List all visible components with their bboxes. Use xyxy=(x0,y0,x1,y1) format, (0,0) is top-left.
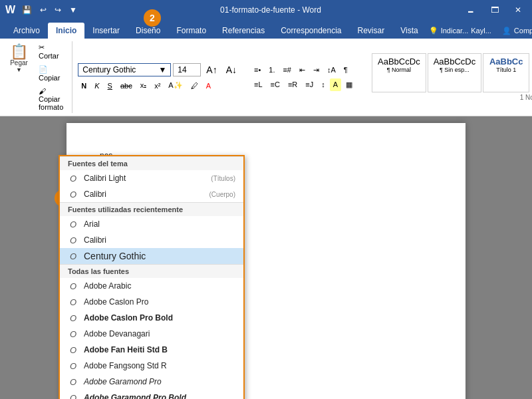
paste-button[interactable]: 📋 Pegar ▼ xyxy=(5,41,33,113)
font-item-name: Adobe Caslon Pro Bold xyxy=(84,313,235,323)
paste-dropdown-icon[interactable]: ▼ xyxy=(16,66,22,73)
font-item-name: Adobe Arabic xyxy=(84,281,235,291)
tab-revisar[interactable]: Revisar xyxy=(350,23,393,39)
borders-button[interactable]: ▦ xyxy=(342,78,356,91)
font-item-calibri-theme[interactable]: O Calibri (Cuerpo) xyxy=(60,186,243,202)
style-badge: 1 Normal xyxy=(520,94,532,101)
copy-button[interactable]: 📄 Copiar xyxy=(35,63,66,84)
font-item-tag: (Cuerpo) xyxy=(209,191,235,198)
tab-inicio[interactable]: Inicio xyxy=(48,23,84,39)
align-left-button[interactable]: ≡L xyxy=(251,78,266,91)
font-item-name: Calibri xyxy=(84,190,204,199)
style-normal[interactable]: AaBbCcDc ¶ Normal xyxy=(372,53,426,92)
underline-button[interactable]: S xyxy=(104,80,116,92)
undo-icon[interactable]: ↩ xyxy=(37,4,49,16)
align-right-button[interactable]: ≡R xyxy=(285,78,301,91)
tab-vista[interactable]: Vista xyxy=(392,23,426,39)
person-icon: 👤 xyxy=(502,27,511,35)
style-normal-label: ¶ Normal xyxy=(378,66,420,73)
format-painter-button[interactable]: 🖌 Copiar formato xyxy=(35,85,66,113)
cut-button[interactable]: ✂ Cortar xyxy=(35,41,66,62)
line-spacing-button[interactable]: ↕ xyxy=(318,78,329,91)
style-boxes: AaBbCcDc ¶ Normal AaBbCcDc ¶ Sin esp... … xyxy=(372,53,532,101)
font-item-icon: O xyxy=(68,235,78,245)
font-item-adobe-caslon-pro-bold[interactable]: O Adobe Caslon Pro Bold xyxy=(60,310,243,326)
paste-label: Pegar xyxy=(10,59,28,66)
font-item-calibri-recent[interactable]: O Calibri xyxy=(60,232,243,248)
font-item-adobe-garamond-pro[interactable]: O Adobe Garamond Pro xyxy=(60,374,243,390)
align-center-button[interactable]: ≡C xyxy=(267,78,283,91)
ribbon-toolbar: 📋 Pegar ▼ ✂ Cortar 📄 Copiar 🖌 Copiar for… xyxy=(0,39,532,116)
minimize-button[interactable]: 🗕 xyxy=(462,4,480,16)
quick-access: 💾 ↩ ↪ ▼ xyxy=(19,4,80,16)
font-item-adobe-caslon-pro[interactable]: O Adobe Caslon Pro xyxy=(60,294,243,310)
font-size-input[interactable] xyxy=(173,63,201,76)
multilevel-button[interactable]: ≡# xyxy=(279,64,295,76)
font-item-adobe-fangsong[interactable]: O Adobe Fangsong Std R xyxy=(60,358,243,374)
bold-button[interactable]: N xyxy=(78,80,90,92)
sort-button[interactable]: ↕A xyxy=(324,64,339,76)
justify-button[interactable]: ≡J xyxy=(302,78,317,91)
font-item-name: Adobe Fan Heiti Std B xyxy=(84,345,235,354)
style-sinespacio-label: ¶ Sin esp... xyxy=(434,66,476,73)
font-item-icon: O xyxy=(68,173,78,184)
font-dropdown[interactable]: Fuentes del tema O Calibri Light (Título… xyxy=(59,155,245,399)
tab-archivo[interactable]: Archivo xyxy=(5,23,48,39)
font-item-name: Adobe Fangsong Std R xyxy=(84,361,235,370)
decrease-indent-button[interactable]: ⇤ xyxy=(296,64,309,76)
tab-correspondencia[interactable]: Correspondencia xyxy=(273,23,349,39)
paste-icon: 📋 xyxy=(10,45,28,59)
font-item-adobe-devanagari[interactable]: O Adobe Devanagari xyxy=(60,326,243,342)
bullets-button[interactable]: ≡• xyxy=(251,64,264,76)
font-item-adobe-arabic[interactable]: O Adobe Arabic xyxy=(60,278,243,294)
style-sinespacio[interactable]: AaBbCcDc ¶ Sin esp... xyxy=(428,53,482,92)
subscript-button[interactable]: x₂ xyxy=(137,79,150,92)
increase-indent-button[interactable]: ⇥ xyxy=(310,64,323,76)
style-titulo1-preview: AaBbCc xyxy=(489,57,523,66)
font-color-button[interactable]: A xyxy=(203,80,214,92)
cut-copy-group: ✂ Cortar 📄 Copiar 🖌 Copiar formato xyxy=(35,41,66,113)
ribbon-tabs: Archivo Inicio Insertar Diseño Formato R… xyxy=(0,20,532,39)
style-normal-preview: AaBbCcDc xyxy=(378,57,420,66)
font-item-arial[interactable]: O Arial xyxy=(60,216,243,232)
share-button[interactable]: 👤 Compartir xyxy=(494,24,532,38)
tab-insertar[interactable]: Insertar xyxy=(84,23,128,39)
titlebar: W 💾 ↩ ↪ ▼ 2 01-formato-de-fuente - Word … xyxy=(0,0,532,20)
indicator-area: 💡 Indicar... Kayl... 👤 Compartir xyxy=(429,23,532,39)
font-item-calibri-light[interactable]: O Calibri Light (Títulos) xyxy=(60,170,243,186)
shading-button[interactable]: A xyxy=(330,78,341,91)
strikethrough-button[interactable]: abc xyxy=(117,80,136,92)
indicator-label[interactable]: Indicar... xyxy=(441,27,469,35)
decrease-font-button[interactable]: A↓ xyxy=(223,63,240,77)
close-button[interactable]: ✕ xyxy=(509,4,527,16)
font-item-name: Adobe Garamond Pro xyxy=(84,377,235,386)
style-boxes-row: AaBbCcDc ¶ Normal AaBbCcDc ¶ Sin esp... … xyxy=(372,53,532,92)
style-titulo1-label: Título 1 xyxy=(489,66,523,73)
numbering-button[interactable]: 1. xyxy=(265,64,278,76)
font-item-tag: (Títulos) xyxy=(211,175,235,182)
tab-formato[interactable]: Formato xyxy=(168,23,214,39)
style-sinespacio-preview: AaBbCcDc xyxy=(434,57,476,66)
customize-icon[interactable]: ▼ xyxy=(66,4,80,16)
increase-font-button[interactable]: A↑ xyxy=(203,63,220,77)
tab-referencias[interactable]: Referencias xyxy=(214,23,273,39)
font-item-name: Century Gothic xyxy=(84,251,235,261)
text-highlight-button[interactable]: 🖊 xyxy=(188,80,201,92)
font-item-name: Adobe Devanagari xyxy=(84,329,235,338)
para-row-1: ≡• 1. ≡# ⇤ ⇥ ↕A ¶ xyxy=(251,64,356,76)
text-effects-button[interactable]: A✨ xyxy=(165,79,186,92)
style-titulo1[interactable]: AaBbCc Título 1 xyxy=(483,53,529,92)
user-label[interactable]: Kayl... xyxy=(471,27,491,35)
show-marks-button[interactable]: ¶ xyxy=(340,64,351,76)
redo-icon[interactable]: ↪ xyxy=(52,4,64,16)
font-name-dropdown[interactable]: Century Gothic ▼ xyxy=(78,63,171,76)
maximize-button[interactable]: 🗖 xyxy=(485,4,504,16)
superscript-button[interactable]: x² xyxy=(151,80,164,92)
font-item-icon: O xyxy=(68,189,78,200)
font-item-adobe-fan-heiti[interactable]: O Adobe Fan Heiti Std B xyxy=(60,342,243,358)
save-icon[interactable]: 💾 xyxy=(19,4,35,16)
font-item-adobe-garamond-pro-bold[interactable]: O Adobe Garamond Pro Bold xyxy=(60,390,243,399)
italic-button[interactable]: K xyxy=(91,80,102,92)
font-item-icon: O xyxy=(68,219,78,229)
font-item-century-gothic[interactable]: O Century Gothic xyxy=(60,248,243,264)
